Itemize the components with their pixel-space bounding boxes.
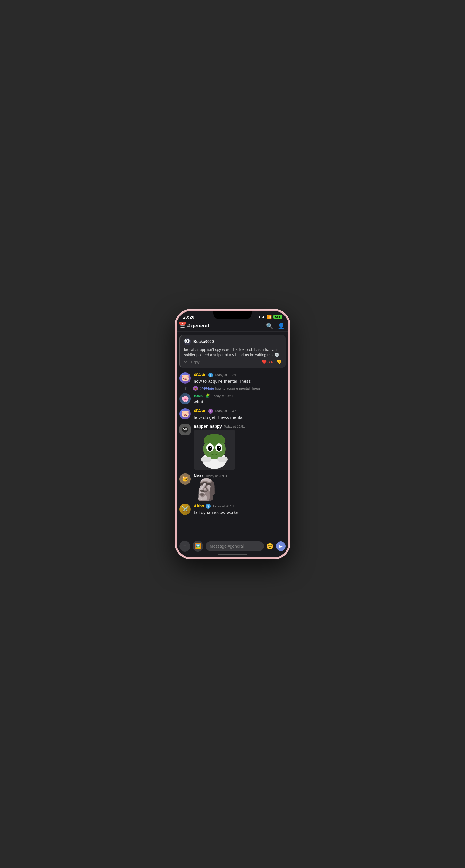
input-placeholder: Message #general (210, 544, 244, 549)
avatar-happen-happy (179, 424, 191, 435)
timestamp-abbs: Today at 20:13 (212, 504, 234, 508)
svg-point-13 (217, 445, 221, 451)
svg-rect-16 (201, 457, 211, 462)
badge-abbs: $ (206, 504, 211, 508)
msg-content-nexx: Nexx Today at 20:00 🗿 (194, 473, 286, 500)
avatar-emoji-abbs: ⚔️ (181, 506, 189, 513)
search-icon[interactable]: 🔍 (266, 322, 273, 330)
status-icons: ▲▲ 📶 85+ (258, 315, 282, 319)
reply-card-bucko: 👀 Bucko0000 bro what app isn't spy ware,… (179, 335, 286, 368)
menu-button[interactable]: ☰ 1k+ (180, 323, 185, 329)
channel-header: ☰ 1k+ # general 🔍 👤 (176, 321, 289, 332)
wifi-icon: 📶 (267, 315, 271, 319)
message-404sie-1: 🐷 404sie $ Today at 19:39 how to acquire… (176, 371, 289, 386)
svg-point-5 (186, 428, 186, 429)
message-abbs: ⚔️ Abbs $ Today at 20:13 Lol dynamiccow … (176, 502, 289, 518)
reply-reactions: ❤️ 807 👎 (262, 360, 282, 365)
timestamp-rosie: Today at 19:41 (212, 394, 233, 398)
moai-image: 🗿 (194, 479, 286, 500)
msg-header-rosie: rosie 🧩 Today at 19:41 (194, 393, 286, 398)
image-button[interactable]: 🖼️ (193, 541, 203, 552)
phone-frame: 20:20 ▲▲ 📶 85+ ☰ 1k+ # general 🔍 👤 (175, 309, 290, 559)
avatar-rosie: 🌸 (179, 393, 191, 404)
svg-point-14 (210, 447, 211, 448)
avatar-emoji-rosie: 🌸 (181, 395, 189, 402)
message-happen-happy: happen happy Today at 19:51 (176, 422, 289, 472)
avatar-nexx: 🐱 (179, 473, 191, 485)
reply-ref-mention: @404sie (200, 386, 214, 391)
avatar-404sie-2: 🐷 (179, 408, 191, 420)
badge-404sie-1: $ (208, 373, 213, 377)
pepe-image (194, 430, 235, 470)
msg-header-abbs: Abbs $ Today at 20:13 (194, 503, 286, 509)
heart-count: 807 (267, 360, 274, 364)
svg-rect-17 (217, 457, 228, 462)
msg-content-rosie: rosie 🧩 Today at 19:41 what (194, 393, 286, 405)
pepe-svg (195, 430, 234, 469)
send-button[interactable]: ▶ (276, 541, 286, 551)
message-404sie-2: 🐷 404sie $ Today at 19:42 how do get ill… (176, 406, 289, 422)
svg-point-4 (184, 428, 185, 429)
avatar-emoji-404sie: 🐷 (181, 374, 189, 382)
msg-header-happen: happen happy Today at 19:51 (194, 424, 286, 429)
notification-badge: 1k+ (179, 321, 186, 325)
svg-text:🐱: 🐱 (182, 476, 189, 482)
svg-point-15 (219, 447, 220, 448)
heart-reaction[interactable]: ❤️ 807 (262, 360, 274, 364)
battery-indicator: 85+ (273, 315, 282, 319)
nexx-avatar-svg: 🐱 (179, 473, 191, 485)
username-404sie-1: 404sie (194, 372, 206, 377)
avatar-abbs: ⚔️ (179, 503, 191, 515)
msg-header-nexx: Nexx Today at 20:00 (194, 473, 286, 478)
phone-screen: 20:20 ▲▲ 📶 85+ ☰ 1k+ # general 🔍 👤 (176, 311, 289, 557)
message-nexx: 🐱 Nexx Today at 20:00 🗿 (176, 472, 289, 502)
text-404sie-2: how do get illness mental (194, 414, 286, 421)
reply-card-header: 👀 Bucko0000 (184, 338, 282, 345)
rosie-puzzle-badge: 🧩 (205, 394, 210, 398)
timestamp-happen: Today at 19:51 (224, 425, 245, 428)
username-404sie-2: 404sie (194, 408, 206, 413)
plus-icon: + (183, 543, 186, 549)
signal-icon: ▲▲ (258, 315, 265, 319)
timestamp-404sie-2: Today at 19:42 (215, 409, 236, 413)
reply-ref-avatar: 🦋 (193, 386, 198, 391)
image-icon: 🖼️ (195, 543, 201, 550)
time: 20:20 (183, 314, 194, 319)
channel-name-text: general (191, 323, 209, 329)
bucko-avatar: 👀 (184, 338, 191, 345)
reply-ref-rosie: 🦋 @404sie how to acquire mental illness (176, 386, 289, 391)
hash-symbol: # (187, 323, 190, 329)
message-input[interactable]: Message #general (206, 541, 264, 551)
bucko-username: Bucko0000 (194, 339, 214, 344)
msg-header-404sie-2: 404sie $ Today at 19:42 (194, 408, 286, 413)
msg-header-404sie-1: 404sie $ Today at 19:39 (194, 372, 286, 378)
bucko-time-ago: 5h Reply (184, 360, 200, 364)
username-nexx: Nexx (194, 473, 203, 478)
timestamp-404sie-1: Today at 19:39 (215, 373, 236, 377)
members-icon[interactable]: 👤 (278, 322, 285, 330)
msg-content-404sie-2: 404sie $ Today at 19:42 how do get illne… (194, 408, 286, 421)
text-404sie-1: how to acquire mental illness (194, 378, 286, 384)
send-icon: ▶ (279, 544, 283, 549)
svg-point-1 (182, 427, 188, 433)
notch (213, 311, 252, 319)
happy-avatar-svg (179, 424, 191, 435)
badge-404sie-2: $ (208, 409, 213, 413)
add-button[interactable]: + (179, 541, 190, 552)
reply-line (185, 386, 191, 390)
username-happen: happen happy (194, 424, 222, 429)
bucko-message-text: bro what app isn't spy ware, Tik Tok pro… (184, 347, 282, 358)
avatar-emoji-404sie-2: 🐷 (181, 410, 189, 418)
msg-content-happen: happen happy Today at 19:51 (194, 424, 286, 470)
text-abbs: Lol dynamiccow works (194, 509, 286, 516)
timestamp-nexx: Today at 20:00 (205, 474, 227, 478)
username-abbs: Abbs (194, 503, 204, 508)
msg-content-abbs: Abbs $ Today at 20:13 Lol dynamiccow wor… (194, 503, 286, 516)
home-indicator (218, 554, 247, 555)
svg-rect-9 (204, 439, 225, 443)
message-rosie: 🌸 rosie 🧩 Today at 19:41 what (176, 391, 289, 406)
emoji-button[interactable]: 😊 (266, 542, 274, 550)
text-rosie: what (194, 399, 286, 405)
thumbs-down-icon[interactable]: 👎 (276, 360, 282, 365)
svg-point-12 (208, 445, 212, 451)
